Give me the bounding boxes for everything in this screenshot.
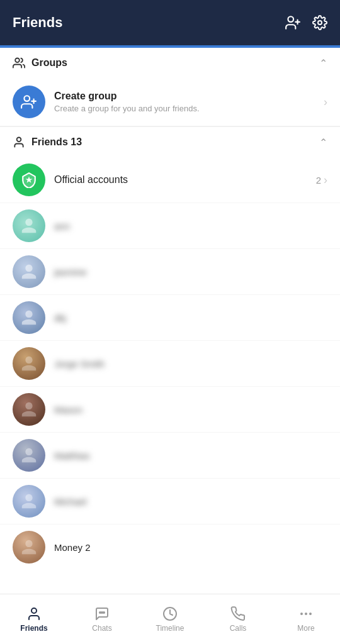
nav-label-more: More [297, 624, 314, 633]
create-group-text: Create group Create a group for you and … [54, 91, 324, 113]
add-friend-button[interactable] [285, 14, 301, 31]
svg-point-12 [101, 612, 103, 613]
app-header: Friends [0, 0, 340, 45]
official-accounts-name: Official accounts [54, 174, 316, 186]
friend-name: Michael [54, 496, 87, 507]
svg-point-3 [318, 21, 322, 25]
avatar [13, 439, 45, 472]
svg-point-5 [24, 96, 30, 101]
person-silhouette-icon [20, 538, 38, 556]
friend-row[interactable]: Mason [0, 387, 340, 433]
shield-star-icon [21, 172, 37, 188]
timeline-nav-icon [162, 606, 178, 621]
person-silhouette-icon [20, 309, 38, 326]
more-nav-icon [298, 606, 314, 621]
person-silhouette-icon [20, 217, 38, 235]
person-silhouette-icon [20, 401, 38, 418]
friend-row[interactable]: ann [0, 203, 340, 249]
avatar [13, 255, 45, 288]
friends-collapse-icon[interactable]: ⌃ [319, 136, 327, 148]
svg-point-13 [103, 612, 105, 613]
person-silhouette-icon [20, 492, 38, 510]
create-group-avatar [13, 86, 45, 118]
friend-row[interactable]: Money 2 [0, 525, 340, 570]
official-accounts-avatar [13, 164, 45, 196]
friend-name: ann [54, 221, 70, 231]
create-group-icon [21, 94, 37, 110]
create-group-row[interactable]: Create group Create a group for you and … [0, 78, 340, 126]
friend-name: Matthias [54, 450, 90, 461]
svg-point-16 [305, 613, 307, 615]
bottom-navigation: Friends Chats Timeline Calls More [0, 594, 340, 644]
nav-label-friends: Friends [20, 624, 47, 633]
groups-collapse-icon[interactable]: ⌃ [319, 57, 327, 69]
friend-row[interactable]: Michael [0, 479, 340, 525]
page-title: Friends [13, 14, 62, 31]
friend-name: jasmine [54, 267, 87, 277]
friends-nav-icon [26, 606, 42, 621]
avatar [13, 209, 45, 242]
settings-button[interactable] [312, 15, 327, 30]
friends-section-header[interactable]: Friends 13 ⌃ [0, 127, 340, 157]
friend-name: Jorge Smith [54, 358, 105, 369]
create-group-subtitle: Create a group for you and your friends. [54, 104, 324, 113]
content-area: Groups ⌃ Create group Create a group for… [0, 48, 340, 594]
header-actions [285, 14, 327, 31]
create-group-title: Create group [54, 91, 324, 102]
svg-point-11 [99, 612, 101, 613]
svg-point-15 [300, 613, 303, 615]
nav-item-timeline[interactable]: Timeline [136, 594, 204, 644]
official-accounts-row[interactable]: Official accounts 2 › [0, 157, 340, 203]
nav-item-chats[interactable]: Chats [68, 594, 136, 644]
friend-row[interactable]: Jorge Smith [0, 341, 340, 387]
avatar [13, 347, 45, 380]
svg-point-0 [288, 16, 293, 22]
friend-row[interactable]: dkj [0, 295, 340, 341]
svg-point-10 [31, 608, 37, 613]
friends-label: Friends 13 [31, 136, 82, 148]
create-group-chevron: › [324, 96, 327, 109]
groups-label: Groups [31, 57, 67, 69]
nav-item-more[interactable]: More [272, 594, 340, 644]
avatar [13, 485, 45, 518]
nav-label-timeline: Timeline [156, 624, 184, 633]
chats-nav-icon [94, 606, 110, 621]
avatar [13, 531, 45, 564]
friend-name: Money 2 [54, 542, 91, 553]
calls-nav-icon [230, 606, 246, 621]
person-silhouette-icon [20, 447, 38, 464]
nav-label-calls: Calls [230, 624, 247, 633]
groups-section-label-group: Groups [13, 57, 67, 69]
avatar [13, 393, 45, 426]
official-accounts-count: 2 [316, 175, 321, 186]
friends-icon [13, 136, 25, 148]
avatar [13, 301, 45, 334]
friend-row[interactable]: jasmine [0, 249, 340, 295]
nav-label-chats: Chats [92, 624, 111, 633]
friends-section-label-group: Friends 13 [13, 136, 82, 148]
svg-point-8 [17, 138, 21, 142]
groups-icon [13, 57, 25, 69]
svg-point-4 [15, 58, 20, 63]
svg-point-17 [309, 613, 312, 615]
friend-name: Mason [54, 404, 82, 415]
friend-row[interactable]: Matthias [0, 433, 340, 479]
person-silhouette-icon [20, 355, 38, 372]
friend-name: dkj [54, 313, 66, 323]
groups-section-header[interactable]: Groups ⌃ [0, 48, 340, 78]
nav-item-friends[interactable]: Friends [0, 594, 68, 644]
nav-item-calls[interactable]: Calls [204, 594, 272, 644]
official-accounts-chevron: › [324, 174, 327, 187]
person-silhouette-icon [20, 263, 38, 280]
